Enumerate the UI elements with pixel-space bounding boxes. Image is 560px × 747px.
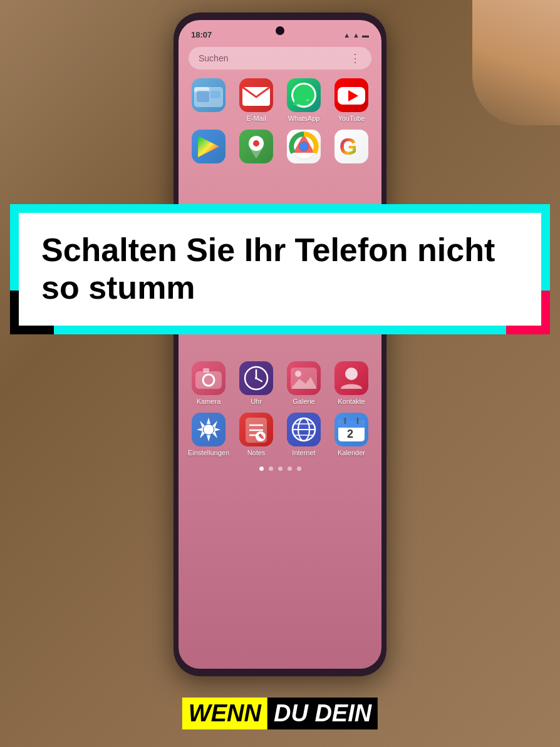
caption-du-dein: DU DEIN (267, 698, 378, 729)
internet-label: Internet (292, 449, 315, 456)
app-row-3: Kamera Uhr Galerie (179, 358, 381, 409)
tiktok-content-box: Schalten Sie Ihr Telefon nicht so stumm (19, 213, 541, 326)
app-whatsapp[interactable]: WhatsApp (283, 78, 325, 122)
google-icon: GG (334, 130, 368, 163)
status-time: 18:07 (191, 30, 212, 39)
dot-1 (259, 466, 264, 471)
gallery-label: Galerie (293, 398, 314, 405)
contacts-icon (334, 361, 368, 395)
app-gallery[interactable]: Galerie (283, 361, 325, 405)
app-youtube[interactable]: YouTube (330, 78, 373, 122)
whatsapp-label: WhatsApp (288, 115, 320, 122)
svg-point-28 (204, 425, 214, 435)
battery-icon: ▬ (362, 31, 369, 39)
app-folder[interactable] (187, 78, 230, 122)
svg-text:G: G (340, 134, 357, 160)
svg-point-23 (255, 377, 257, 379)
notes-label: Notes (247, 449, 266, 456)
settings-label: Einstellungen (188, 449, 229, 456)
status-icons: ▲ ▲ ▬ (343, 31, 369, 39)
email-label: E-Mail (246, 115, 266, 122)
signal-icon: ▲ (343, 31, 350, 39)
camera-icon (192, 361, 226, 395)
camera-notch (276, 26, 284, 35)
hand-overlay (472, 0, 560, 125)
app-google[interactable]: GG (330, 130, 373, 166)
folder-icon (192, 78, 226, 112)
gallery-icon (287, 361, 321, 395)
camera-label: Kamera (197, 398, 221, 405)
app-row-4: Einstellungen ✎ Notes Internet (179, 409, 381, 460)
internet-icon (287, 413, 321, 446)
caption-wenn: WENN (182, 698, 267, 729)
svg-rect-19 (203, 368, 209, 373)
svg-text:2: 2 (347, 428, 353, 440)
phone-wrap: 18:07 ▲ ▲ ▬ Suchen ⋮ (161, 13, 399, 701)
svg-point-25 (295, 371, 301, 377)
app-chrome[interactable] (283, 130, 325, 166)
app-email[interactable]: E-Mail (235, 78, 277, 122)
svg-text:✎: ✎ (258, 433, 264, 441)
whatsapp-icon (287, 78, 321, 112)
calendar-icon: 2 (334, 413, 368, 446)
dot-2 (269, 466, 273, 471)
youtube-label: YouTube (338, 115, 365, 122)
dot-5 (297, 466, 301, 471)
chrome-icon (287, 130, 321, 163)
app-camera[interactable]: Kamera (187, 361, 230, 405)
calendar-label: Kalender (338, 449, 365, 456)
wifi-icon: ▲ (353, 31, 360, 39)
app-row-1: E-Mail WhatsApp YouTube (179, 75, 381, 126)
svg-point-11 (253, 140, 259, 147)
clock-icon (239, 361, 273, 395)
app-settings[interactable]: Einstellungen (187, 413, 230, 456)
app-contacts[interactable]: Kontakte (330, 361, 373, 405)
search-menu-icon[interactable]: ⋮ (350, 51, 361, 65)
svg-point-27 (345, 368, 358, 380)
app-maps[interactable] (235, 130, 277, 166)
svg-rect-2 (197, 91, 209, 102)
tiktok-overlay: Schalten Sie Ihr Telefon nicht so stumm (19, 213, 541, 326)
svg-marker-9 (198, 136, 219, 157)
app-notes[interactable]: ✎ Notes (235, 413, 277, 456)
app-clock[interactable]: Uhr (235, 361, 277, 405)
app-internet[interactable]: Internet (283, 413, 325, 456)
contacts-label: Kontakte (338, 398, 365, 405)
email-icon (239, 78, 273, 112)
page-dots (179, 460, 381, 477)
settings-icon (192, 413, 226, 446)
svg-point-14 (299, 142, 308, 151)
app-calendar[interactable]: 2 Kalender (330, 413, 373, 456)
notes-icon: ✎ (239, 413, 273, 446)
play-store-icon (192, 130, 226, 163)
phone-screen: 18:07 ▲ ▲ ▬ Suchen ⋮ (179, 20, 381, 669)
app-play-store[interactable] (187, 130, 230, 166)
clock-label: Uhr (251, 398, 262, 405)
dot-4 (288, 466, 292, 471)
youtube-icon (334, 78, 368, 112)
search-placeholder: Suchen (199, 53, 228, 63)
phone-device: 18:07 ▲ ▲ ▬ Suchen ⋮ (174, 13, 386, 676)
svg-rect-3 (210, 91, 220, 98)
overlay-text: Schalten Sie Ihr Telefon nicht so stumm (41, 232, 519, 307)
bottom-caption: WENN DU DEIN (182, 698, 378, 729)
maps-icon (239, 130, 273, 163)
dot-3 (278, 466, 283, 471)
search-bar[interactable]: Suchen ⋮ (189, 47, 371, 70)
app-row-2: GG (179, 126, 381, 170)
